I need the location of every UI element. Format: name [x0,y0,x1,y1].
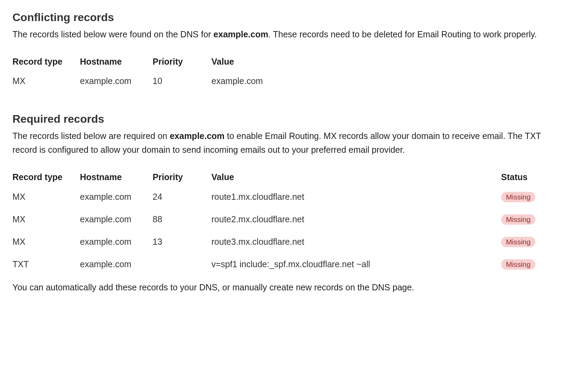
cell-priority: 13 [153,231,211,253]
table-row: TXT example.com v=spf1 include:_spf.mx.c… [12,253,550,276]
status-badge: Missing [501,214,535,225]
conflicting-desc-prefix: The records listed below were found on t… [12,29,214,39]
header-priority: Priority [153,53,211,70]
header-value: Value [211,53,550,70]
table-row: MX example.com 13 route3.mx.cloudflare.n… [12,231,550,253]
required-records-desc: The records listed below are required on… [12,129,550,157]
cell-status: Missing [501,253,550,276]
table-row: MX example.com 10 example.com [12,70,550,92]
required-records-footer: You can automatically add these records … [12,282,550,292]
conflicting-records-desc: The records listed below were found on t… [12,27,550,41]
cell-priority: 24 [153,186,211,208]
required-records-section: Required records The records listed belo… [12,113,550,292]
cell-value: route2.mx.cloudflare.net [211,208,501,231]
cell-value: example.com [211,70,550,92]
header-value: Value [211,169,501,186]
required-desc-prefix: The records listed below are required on [12,131,170,141]
cell-hostname: example.com [80,208,153,231]
required-records-title: Required records [12,113,550,125]
cell-value: v=spf1 include:_spf.mx.cloudflare.net ~a… [211,253,501,276]
cell-hostname: example.com [80,186,153,208]
header-hostname: Hostname [80,169,153,186]
cell-priority: 88 [153,208,211,231]
conflicting-desc-domain: example.com [214,29,268,39]
status-badge: Missing [501,192,535,202]
header-hostname: Hostname [80,53,153,70]
header-record-type: Record type [12,53,80,70]
cell-hostname: example.com [80,231,153,253]
conflicting-desc-suffix: . These records need to be deleted for E… [268,29,537,39]
status-badge: Missing [501,259,535,270]
table-header-row: Record type Hostname Priority Value Stat… [12,169,550,186]
cell-record-type: MX [12,208,80,231]
table-row: MX example.com 88 route2.mx.cloudflare.n… [12,208,550,231]
cell-record-type: MX [12,70,80,92]
status-badge: Missing [501,237,535,247]
header-record-type: Record type [12,169,80,186]
cell-priority [153,253,211,276]
cell-value: route1.mx.cloudflare.net [211,186,501,208]
header-priority: Priority [153,169,211,186]
cell-status: Missing [501,186,550,208]
conflicting-records-title: Conflicting records [12,11,550,24]
table-row: MX example.com 24 route1.mx.cloudflare.n… [12,186,550,208]
conflicting-records-section: Conflicting records The records listed b… [12,11,550,92]
required-desc-domain: example.com [170,131,224,141]
cell-record-type: MX [12,231,80,253]
header-status: Status [501,169,550,186]
cell-hostname: example.com [80,253,153,276]
cell-status: Missing [501,208,550,231]
table-header-row: Record type Hostname Priority Value [12,53,550,70]
cell-record-type: TXT [12,253,80,276]
cell-value: route3.mx.cloudflare.net [211,231,501,253]
cell-hostname: example.com [80,70,153,92]
required-records-table: Record type Hostname Priority Value Stat… [12,169,550,276]
conflicting-records-table: Record type Hostname Priority Value MX e… [12,53,550,92]
cell-priority: 10 [153,70,211,92]
cell-record-type: MX [12,186,80,208]
cell-status: Missing [501,231,550,253]
